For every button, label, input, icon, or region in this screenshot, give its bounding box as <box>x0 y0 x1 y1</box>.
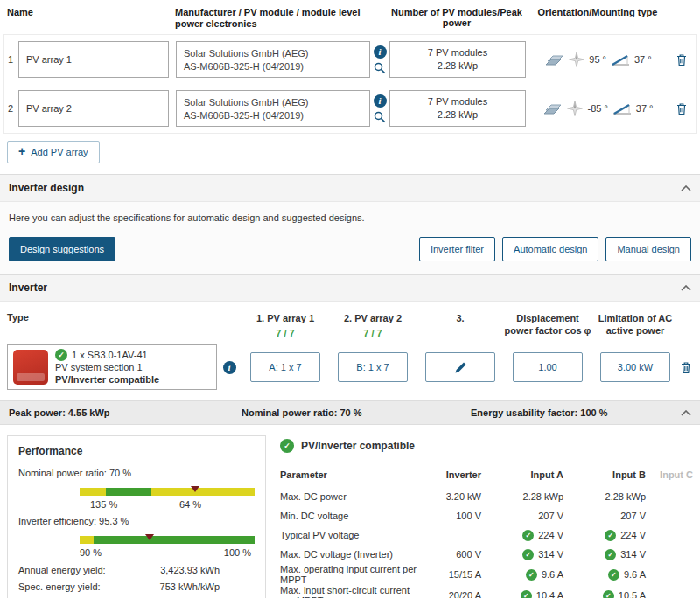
compatibility-status: PV/Inverter compatible <box>55 373 159 386</box>
inverter-table-header: Type 1. PV array 1 7 / 7 2. PV array 2 7… <box>0 302 700 343</box>
orientation-cell: 95 ° 37 ° <box>526 52 671 67</box>
module-type: AS-M606B-325-H (04/2019) <box>184 109 362 122</box>
input-b-assignment[interactable]: B: 1 x 7 <box>338 352 408 382</box>
design-suggestions-button[interactable]: Design suggestions <box>9 237 116 261</box>
ok-check-icon <box>521 590 532 598</box>
compat-table-header: Parameter Inverter Input A Input B Input… <box>280 465 693 484</box>
azimuth-compass-icon <box>569 52 584 67</box>
inverter-image <box>13 350 48 385</box>
inverter-expander[interactable]: Inverter <box>0 274 700 302</box>
azimuth-value: 95 ° <box>589 54 606 65</box>
tilt-icon <box>612 102 632 115</box>
bar-marker <box>191 486 200 492</box>
ok-check-icon <box>603 590 614 598</box>
inverter-design-section: Inverter design Here you can adjust the … <box>0 174 700 274</box>
inverter-type-selector[interactable]: 1 x SB3.0-1AV-41 PV system section 1 PV/… <box>7 344 217 390</box>
pv-table-header: Name Manufacturer / PV module / module l… <box>0 0 700 34</box>
tilt-value: 37 ° <box>636 103 654 114</box>
nominal-power-ratio-bar <box>80 488 255 496</box>
module-info-icon[interactable] <box>374 94 387 108</box>
inverter-design-expander[interactable]: Inverter design <box>0 174 700 202</box>
ok-check-icon <box>526 569 537 581</box>
module-search-icon[interactable] <box>374 111 386 123</box>
bar-marker <box>145 534 154 540</box>
chevron-up-icon[interactable] <box>681 410 691 416</box>
metric-row: Spec. energy yield: 753 kWh/kWp <box>18 581 255 592</box>
bar-tick: 100 % <box>224 547 251 558</box>
module-type: AS-M606B-325-H (04/2019) <box>184 60 362 73</box>
ok-check-icon <box>605 530 616 541</box>
chevron-up-icon[interactable] <box>681 285 691 291</box>
design-description: Here you can adjust the specifications f… <box>9 212 691 223</box>
bar-tick: 90 % <box>80 547 102 558</box>
module-info-icon[interactable] <box>374 45 387 59</box>
chevron-up-icon[interactable] <box>681 185 691 191</box>
peak-power: 2.28 kWp <box>438 108 478 122</box>
col-header-orientation: Orientation/Mounting type <box>525 7 670 17</box>
ok-check-icon <box>522 530 534 541</box>
azimuth-value: -85 ° <box>587 103 607 114</box>
bar-tick: 64 % <box>179 499 201 510</box>
compat-row: Max. DC power 3.20 kW 2.28 kWp 2.28 kWp <box>280 487 693 506</box>
performance-panel: Performance Nominal power ratio: 70 % 13… <box>7 435 266 598</box>
inverter-efficiency-bar <box>80 536 255 544</box>
col-header-cos-phi: Displacement power factor cos φ <box>504 312 592 337</box>
cos-phi-field[interactable]: 1.00 <box>513 352 583 382</box>
edit-assignment-button[interactable] <box>425 352 495 382</box>
module-search-icon[interactable] <box>374 62 386 74</box>
module-selector[interactable]: Solar Solutions GmbH (AEG) AS-M606B-325-… <box>176 90 370 127</box>
pv-system-section: PV system section 1 <box>55 361 159 373</box>
ac-limit-field[interactable]: 3.00 kW <box>600 352 670 382</box>
module-count: 7 PV modules <box>428 95 487 108</box>
col-header-modules: Number of PV modules/Peak power <box>388 7 525 28</box>
nominal-power-ratio-summary: Nominal power ratio: 70 % <box>242 407 471 418</box>
col-header-type: Type <box>7 312 217 323</box>
automatic-design-button[interactable]: Automatic design <box>502 237 598 261</box>
module-count-box[interactable]: 7 PV modules 2.28 kWp <box>389 41 526 78</box>
mounting-type-icon[interactable] <box>543 102 563 115</box>
tilt-value: 37 ° <box>634 54 652 65</box>
metric-row: Annual energy yield: 3,423.93 kWh <box>18 565 255 575</box>
inverter-info-icon[interactable] <box>223 361 236 374</box>
bar-tick: 135 % <box>90 499 117 510</box>
pv-array-list: 1 Solar Solutions GmbH (AEG) AS-M606B-32… <box>4 34 696 134</box>
inverter-section: Inverter Type 1. PV array 1 7 / 7 2. PV … <box>0 274 700 598</box>
pv-array-name-input[interactable] <box>18 90 169 127</box>
delete-inverter-icon[interactable] <box>680 361 692 374</box>
compatible-check-icon <box>280 439 294 453</box>
section-title: Inverter <box>9 282 47 294</box>
inverter-filter-button[interactable]: Inverter filter <box>419 237 495 261</box>
ok-check-icon <box>605 549 616 560</box>
module-selector[interactable]: Solar Solutions GmbH (AEG) AS-M606B-325-… <box>176 41 370 78</box>
mounting-type-icon[interactable] <box>545 53 564 66</box>
compatible-check-icon <box>55 349 67 361</box>
delete-pv-array-icon[interactable] <box>676 102 688 115</box>
manual-design-button[interactable]: Manual design <box>606 237 691 261</box>
compatibility-title: PV/Inverter compatible <box>301 440 415 452</box>
add-pv-array-button[interactable]: Add PV array <box>7 141 100 163</box>
inverter-summary-bar: Peak power: 4.55 kWp Nominal power ratio… <box>0 400 700 425</box>
compat-row: Max. input short-circuit current per MPP… <box>280 585 693 598</box>
manufacturer-name: Solar Solutions GmbH (AEG) <box>184 47 362 60</box>
input-a-assignment[interactable]: A: 1 x 7 <box>250 352 320 382</box>
compat-row: Typical PV voltage 224 V 224 V <box>280 525 693 545</box>
col-header-name: Name <box>7 7 175 17</box>
tilt-icon <box>611 53 630 66</box>
delete-pv-array-icon[interactable] <box>676 53 688 66</box>
ok-check-icon <box>522 549 534 560</box>
array2-assignment-ratio: 7 / 7 <box>329 327 416 339</box>
col-header-manufacturer: Manufacturer / PV module / module level … <box>175 7 369 30</box>
col-header-array2: 2. PV array 2 <box>329 312 416 324</box>
ok-check-icon <box>608 569 620 581</box>
module-count-box[interactable]: 7 PV modules 2.28 kWp <box>389 90 526 127</box>
nominal-power-ratio-label: Nominal power ratio: 70 % <box>18 468 255 478</box>
peak-power: 2.28 kWp <box>438 59 478 73</box>
pv-array-name-input[interactable] <box>18 41 169 78</box>
performance-title: Performance <box>18 445 255 457</box>
azimuth-compass-icon <box>567 101 583 116</box>
compat-row: Max. operating input current per MPPT 15… <box>280 564 693 585</box>
inverter-name: 1 x SB3.0-1AV-41 <box>72 349 148 361</box>
col-header-array1: 1. PV array 1 <box>242 312 329 324</box>
compat-row: Min. DC voltage 100 V 207 V 207 V <box>280 506 693 525</box>
peak-power-summary: Peak power: 4.55 kWp <box>9 407 242 418</box>
